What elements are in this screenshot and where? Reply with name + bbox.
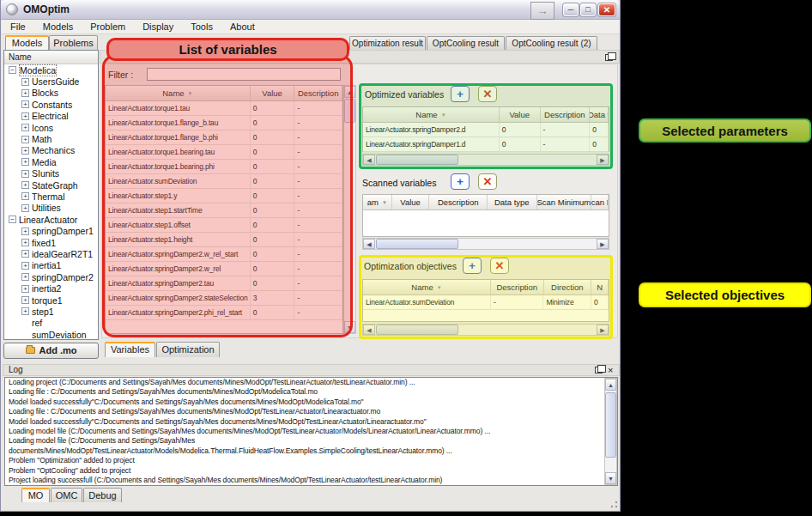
table-row[interactable]: LinearActuator.torque1.flange_b.phi0- <box>106 131 342 145</box>
optimized-hscrollbar[interactable]: ◀ ▶ <box>362 154 609 166</box>
scroll-thumb[interactable] <box>376 239 458 249</box>
tree-node-Thermal[interactable]: +Thermal <box>4 191 98 202</box>
log-scrollbar[interactable]: ▲ ▼ <box>604 378 617 485</box>
scroll-down-icon[interactable]: ▼ <box>605 472 616 484</box>
tree-node-inertia2[interactable]: +inertia2 <box>4 282 98 294</box>
table-row[interactable]: LinearActuator.springDamper2.phi_rel_sta… <box>106 306 342 320</box>
table-row[interactable]: LinearActuator.sumDeviation-Minimize0 <box>363 295 609 310</box>
float-log-icon[interactable] <box>595 367 603 373</box>
tree-node-Constants[interactable]: +Constants <box>4 99 98 110</box>
scroll-left-icon[interactable]: ◀ <box>363 325 375 335</box>
expand-icon[interactable]: + <box>21 181 29 189</box>
scroll-thumb[interactable] <box>605 392 616 458</box>
expand-icon[interactable]: + <box>21 192 29 200</box>
table-row[interactable]: LinearActuator.springDamper2.stateSelect… <box>106 291 342 306</box>
menu-display[interactable]: Display <box>134 21 182 32</box>
filter-input[interactable] <box>147 68 341 81</box>
menu-about[interactable]: About <box>221 21 264 32</box>
column-header-value[interactable]: Value <box>251 86 295 100</box>
table-row[interactable]: LinearActuator.springDamper2.w_rel_start… <box>106 247 342 262</box>
scanned-variables-table[interactable]: am▼ValueDescriptionData typeScan Minimum… <box>362 194 609 237</box>
expand-icon[interactable]: + <box>21 78 29 86</box>
log-panel-header[interactable]: Log <box>3 364 620 376</box>
expand-icon[interactable]: + <box>21 239 29 246</box>
scroll-right-icon[interactable]: ▶ <box>597 325 609 335</box>
variables-scrollbar[interactable]: ▲ ▼ <box>343 85 356 334</box>
tree-node-idealGearR2T1[interactable]: +idealGearR2T1 <box>4 248 98 259</box>
add-mo-button[interactable]: Add .mo <box>3 343 99 359</box>
tree-node-springDamper1[interactable]: +springDamper1 <box>4 225 98 236</box>
tree-node-Utilities[interactable]: +Utilities <box>4 203 98 214</box>
remove-optimized-variable-button[interactable]: ✕ <box>478 86 497 102</box>
scroll-down-icon[interactable]: ▼ <box>344 321 355 333</box>
column-header-value[interactable]: Value <box>392 195 430 209</box>
remove-objective-button[interactable]: ✕ <box>490 258 509 274</box>
tab-optcooling-result[interactable]: OptCooling result <box>427 36 505 50</box>
tree-node-SIunits[interactable]: +SIunits <box>4 168 98 179</box>
column-header-description[interactable]: Description <box>541 107 591 122</box>
tree-node-Modelica[interactable]: −Modelica <box>4 64 98 76</box>
tree-node-Blocks[interactable]: +Blocks <box>4 88 98 99</box>
remove-scanned-variable-button[interactable]: ✕ <box>478 173 497 190</box>
log-output[interactable]: Loading project (C:/Documents and Settin… <box>4 377 618 486</box>
tab-optimization-result[interactable]: Optimization result <box>349 36 426 50</box>
expand-icon[interactable]: + <box>21 158 29 166</box>
column-header-data-type[interactable]: Data type <box>488 195 537 209</box>
table-row[interactable]: LinearActuator.torque1.bearing.tau0- <box>106 145 342 160</box>
column-header-am[interactable]: am▼ <box>363 195 392 209</box>
expand-icon[interactable]: + <box>21 170 29 178</box>
table-row[interactable]: LinearActuator.step1.startTime0- <box>106 203 342 218</box>
maximize-button[interactable]: □ <box>580 3 596 16</box>
tree-node-Icons[interactable]: +Icons <box>4 122 98 133</box>
tab-omc[interactable]: OMC <box>51 488 82 502</box>
tree-node-fixed1[interactable]: +fixed1 <box>4 237 98 248</box>
expand-icon[interactable]: + <box>21 273 29 281</box>
variables-table[interactable]: Name▼ValueDescriptionLinearActuator.torq… <box>105 85 343 334</box>
expand-icon[interactable]: + <box>21 124 29 131</box>
column-header-scan-m[interactable]: Scan M <box>591 195 609 209</box>
scroll-left-icon[interactable]: ◀ <box>363 155 375 165</box>
tab-optimization[interactable]: Optimization <box>156 342 220 357</box>
table-row[interactable]: LinearActuator.sumDeviation0- <box>106 174 342 189</box>
expand-icon[interactable]: + <box>21 262 29 270</box>
tab-optcooling-result-2-[interactable]: OptCooling result (2) <box>506 36 597 50</box>
expand-icon[interactable]: + <box>21 136 29 143</box>
menu-models[interactable]: Models <box>34 21 82 32</box>
scroll-right-icon[interactable]: ▶ <box>597 155 609 165</box>
collapse-icon[interactable]: − <box>9 216 16 223</box>
table-row[interactable]: LinearActuator.springDamper2.d0-0 <box>363 123 609 137</box>
table-row[interactable]: LinearActuator.torque1.tau0- <box>106 101 342 116</box>
column-header-name[interactable]: Name▼ <box>363 280 491 294</box>
tab-mo[interactable]: MO <box>21 488 50 502</box>
column-header-description[interactable]: Description <box>429 195 488 209</box>
collapse-icon[interactable]: − <box>9 66 16 74</box>
expand-icon[interactable]: + <box>21 285 29 293</box>
table-row[interactable]: LinearActuator.step1.height0- <box>106 233 342 247</box>
close-button[interactable]: ✕ <box>598 3 615 16</box>
scroll-right-icon[interactable]: ▶ <box>597 239 609 249</box>
expand-icon[interactable]: + <box>21 307 29 315</box>
menu-tools[interactable]: Tools <box>182 21 221 32</box>
add-objective-button[interactable]: + <box>463 258 482 274</box>
column-header-description[interactable]: Description <box>491 280 544 294</box>
tree-node-step1[interactable]: +step1 <box>4 306 98 317</box>
scroll-up-icon[interactable]: ▲ <box>605 379 616 391</box>
column-header-name[interactable]: Name▼ <box>106 86 251 100</box>
float-panel-icon[interactable] <box>605 54 613 61</box>
column-header-direction[interactable]: Direction <box>544 280 592 294</box>
expand-icon[interactable]: + <box>21 296 29 304</box>
tab-models[interactable]: Models <box>5 35 49 50</box>
objectives-hscrollbar[interactable]: ◀ ▶ <box>362 324 609 336</box>
column-header-n[interactable]: N <box>591 280 609 294</box>
scanned-hscrollbar[interactable]: ◀ ▶ <box>362 238 609 250</box>
table-row[interactable]: LinearActuator.torque1.flange_b.tau0- <box>106 116 342 131</box>
expand-icon[interactable]: + <box>21 228 29 235</box>
table-row[interactable]: LinearActuator.springDamper2.tau0- <box>106 276 342 291</box>
tree-node-UsersGuide[interactable]: +UsersGuide <box>4 76 98 87</box>
tree-column-header[interactable]: Name <box>4 51 98 64</box>
tree-node-Math[interactable]: +Math <box>4 133 98 144</box>
menu-problem[interactable]: Problem <box>82 21 134 32</box>
tab-problems[interactable]: Problems <box>49 35 98 50</box>
expand-icon[interactable]: + <box>21 147 29 155</box>
tree-node-LinearActuator[interactable]: −LinearActuator <box>4 214 98 225</box>
